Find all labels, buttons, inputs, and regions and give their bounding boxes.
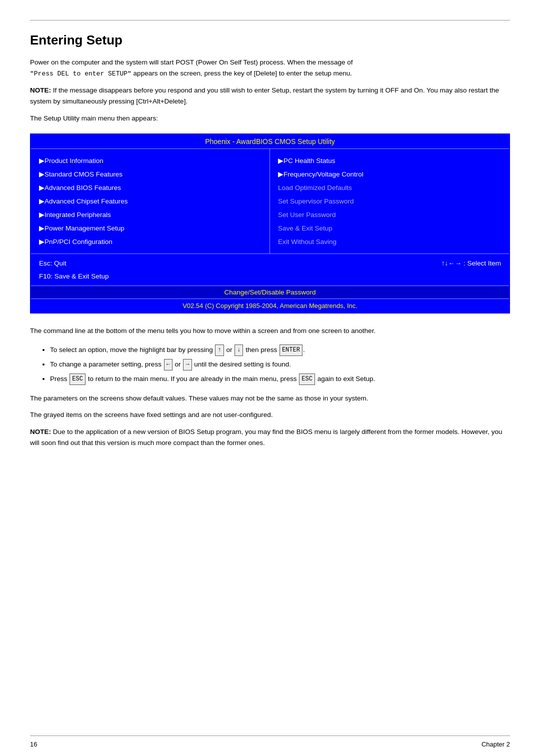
- bullet-item-2: To change a parameter setting, press ← o…: [50, 359, 510, 370]
- bullet-list: To select an option, move the highlight …: [50, 344, 510, 385]
- bios-left-menu: ▶Product Information ▶Standard CMOS Feat…: [31, 149, 270, 254]
- bios-f10: F10: Save & Exit Setup: [39, 270, 109, 283]
- bios-footer: Esc: Quit ↑↓←→ : Select Item F10: Save &…: [31, 254, 509, 286]
- bios-right-item-5: Save & Exit Setup: [278, 222, 501, 235]
- page-footer: 16 Chapter 2: [30, 740, 510, 748]
- note2: NOTE: Due to the application of a new ve…: [30, 426, 510, 448]
- chapter-label: Chapter 2: [482, 740, 510, 748]
- bios-right-item-4: Set User Password: [278, 208, 501, 222]
- key-right: →: [183, 359, 192, 370]
- key-down: ↓: [234, 344, 243, 356]
- bios-left-item-5: ▶Power Management Setup: [39, 222, 262, 235]
- bios-footer-row1: Esc: Quit ↑↓←→ : Select Item: [39, 257, 501, 270]
- bios-footer-row2: F10: Save & Exit Setup: [39, 270, 501, 283]
- bios-right-item-2: Load Optimized Defaults: [278, 181, 501, 194]
- bios-left-item-2: ▶Advanced BIOS Features: [39, 181, 262, 194]
- page-title: Entering Setup: [30, 32, 510, 48]
- page-number: 16: [30, 740, 37, 748]
- grayed-text: The grayed items on the screens have fix…: [30, 410, 510, 420]
- note1-label: NOTE:: [30, 86, 51, 94]
- bios-copyright: V02.54 (C) Copyright 1985-2004, American…: [31, 299, 509, 312]
- param-text: The parameters on the screens show defau…: [30, 393, 510, 404]
- bios-right-item-3: Set Supervisor Password: [278, 194, 501, 208]
- intro-text: The Setup Utility main menu then appears…: [30, 113, 510, 124]
- key-enter: ENTER: [280, 344, 302, 356]
- note2-text: Due to the application of a new version …: [30, 428, 502, 446]
- bios-left-item-3: ▶Advanced Chipset Features: [39, 194, 262, 208]
- bios-right-item-6: Exit Without Saving: [278, 235, 501, 248]
- bios-title: Phoenix - AwardBIOS CMOS Setup Utility: [31, 134, 509, 149]
- bottom-divider: [30, 736, 510, 736]
- bios-screenshot: Phoenix - AwardBIOS CMOS Setup Utility ▶…: [30, 134, 510, 314]
- bios-left-item-6: ▶PnP/PCI Configuration: [39, 235, 262, 248]
- bios-esc-quit: Esc: Quit: [39, 257, 66, 270]
- key-esc1: ESC: [70, 374, 86, 384]
- cmd-text: The command line at the bottom of the me…: [30, 326, 510, 336]
- para1-text: Power on the computer and the system wil…: [30, 58, 353, 66]
- key-esc2: ESC: [299, 374, 315, 384]
- bios-left-item-0: ▶Product Information: [39, 154, 262, 168]
- bullet-item-3: Press ESC to return to the main menu. If…: [50, 374, 510, 385]
- bios-menu-area: ▶Product Information ▶Standard CMOS Feat…: [31, 149, 509, 254]
- bios-right-item-0: ▶PC Health Status: [278, 154, 501, 168]
- bios-left-item-4: ▶Integrated Peripherals: [39, 208, 262, 222]
- bios-select-item: ↑↓←→ : Select Item: [442, 257, 501, 270]
- bios-status-bar: Change/Set/Disable Password: [31, 286, 509, 299]
- para1-cont: appears on the screen, press the key of …: [134, 70, 352, 77]
- note1: NOTE: If the message disappears before y…: [30, 85, 510, 106]
- bullet-item-1: To select an option, move the highlight …: [50, 344, 510, 356]
- top-divider: [30, 20, 510, 20]
- bios-left-item-1: ▶Standard CMOS Features: [39, 168, 262, 181]
- key-left: ←: [164, 359, 172, 370]
- para1-code: "Press DEL to enter SETUP": [30, 70, 132, 78]
- note1-text: If the message disappears before you res…: [30, 86, 499, 105]
- note2-label: NOTE:: [30, 428, 51, 436]
- bios-right-menu: ▶PC Health Status ▶Frequency/Voltage Con…: [270, 149, 509, 254]
- paragraph1: Power on the computer and the system wil…: [30, 57, 510, 79]
- bios-right-item-1: ▶Frequency/Voltage Control: [278, 168, 501, 181]
- key-up: ↑: [215, 344, 224, 356]
